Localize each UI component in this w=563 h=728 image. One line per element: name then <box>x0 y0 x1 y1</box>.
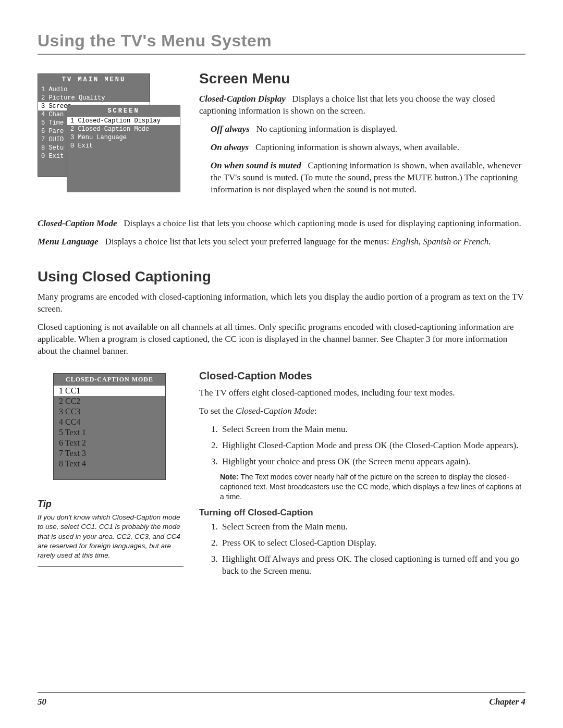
osd-cc-item: 7 Text 3 <box>54 448 165 459</box>
osd-main-menu: TV MAIN MENU 1 Audio 2 Picture Quality 3… <box>38 73 183 177</box>
chapter-title: Using the TV's Menu System <box>38 31 525 55</box>
osd-screen-title: SCREEN <box>67 105 180 117</box>
osd-screen-item-selected: 1 Closed-Caption Display <box>67 117 180 125</box>
turn-off-step: Select Screen from the Main menu. <box>220 521 525 533</box>
cc-modes-steps: Select Screen from the Main menu. Highli… <box>220 424 525 468</box>
cc-modes-p1: The TV offers eight closed-captioned mod… <box>199 387 525 399</box>
osd-cc-item: 3 CC3 <box>54 406 165 417</box>
tip-heading: Tip <box>38 499 183 510</box>
cc-modes-step: Highlight Closed-Caption Mode and press … <box>220 440 525 452</box>
osd-cc-item: 6 Text 2 <box>54 438 165 448</box>
tip-body: If you don't know which Closed-Caption m… <box>38 513 183 567</box>
cc-p1: Many programs are encoded with closed-ca… <box>38 291 525 315</box>
turn-off-heading: Turning off Closed-Caption <box>199 508 525 518</box>
osd-screen-item: 0 Exit <box>67 142 180 150</box>
osd-main-item: 1 Audio <box>38 85 150 94</box>
cc-modes-heading: Closed-Caption Modes <box>199 370 525 382</box>
chapter-label: Chapter 4 <box>489 697 525 707</box>
osd-cc-item-selected: 1 CC1 <box>54 386 165 396</box>
page-footer: 50 Chapter 4 <box>38 692 525 707</box>
turn-off-steps: Select Screen from the Main menu. Press … <box>220 521 525 577</box>
cc-modes-p2: To set the Closed-Caption Mode: <box>199 405 525 417</box>
osd-cc-title: CLOSED-CAPTION MODE <box>54 374 165 386</box>
page-number: 50 <box>38 697 46 707</box>
osd-cc-item: 2 CC2 <box>54 396 165 406</box>
on-muted-paragraph: On when sound is muted Captioning inform… <box>211 160 525 196</box>
cc-modes-step: Highlight your choice and press OK (the … <box>220 456 525 468</box>
cc-p2: Closed captioning is not available on al… <box>38 322 525 357</box>
ccm-paragraph: Closed-Caption Mode Displays a choice li… <box>38 218 525 230</box>
osd-cc-item: 8 Text 4 <box>54 459 165 469</box>
turn-off-step: Highlight Off Always and press OK. The c… <box>220 553 525 577</box>
osd-screen-item: 3 Menu Language <box>67 133 180 142</box>
osd-screen-item: 2 Closed-Caption Mode <box>67 125 180 133</box>
turn-off-step: Press OK to select Closed-Caption Displa… <box>220 537 525 549</box>
cc-modes-step: Select Screen from the Main menu. <box>220 424 525 436</box>
menu-language-paragraph: Menu Language Displays a choice list tha… <box>38 236 525 248</box>
off-always-paragraph: Off always No captioning information is … <box>211 124 525 135</box>
ccd-paragraph: Closed-Caption Display Displays a choice… <box>199 93 525 117</box>
osd-main-title: TV MAIN MENU <box>38 74 150 85</box>
osd-cc-item: 5 Text 1 <box>54 427 165 438</box>
screen-menu-heading: Screen Menu <box>199 70 525 87</box>
using-cc-heading: Using Closed Captioning <box>38 268 525 285</box>
osd-screen-submenu: SCREEN 1 Closed-Caption Display 2 Closed… <box>67 105 180 192</box>
on-always-paragraph: On always Captioning information is show… <box>211 142 525 154</box>
osd-cc-item: 4 CC4 <box>54 417 165 427</box>
osd-main-item: 2 Picture Quality <box>38 94 150 102</box>
osd-cc-mode-menu: CLOSED-CAPTION MODE 1 CC1 2 CC2 3 CC3 4 … <box>53 373 166 480</box>
note-block: Note: The Text modes cover nearly half o… <box>220 472 525 502</box>
